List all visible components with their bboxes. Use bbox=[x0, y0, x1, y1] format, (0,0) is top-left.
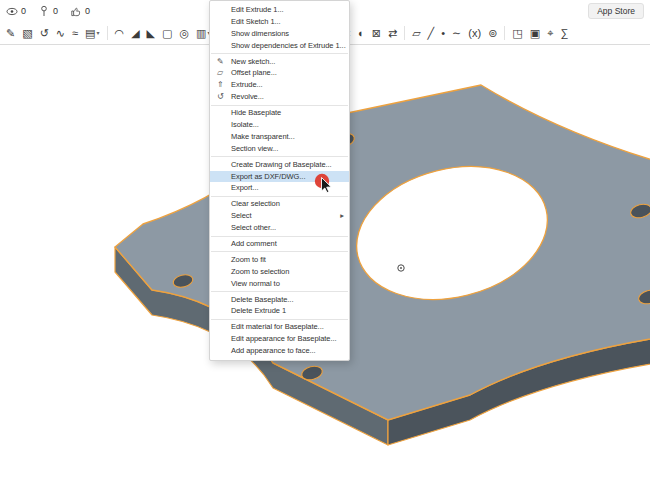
menu-item-add-appearance-to-face[interactable]: Add appearance to face... bbox=[210, 345, 349, 357]
menu-item-label: Edit Sketch 1... bbox=[231, 17, 281, 26]
menu-item-edit-sketch[interactable]: Edit Sketch 1... bbox=[210, 16, 349, 28]
menu-item-offset-plane[interactable]: ▱Offset plane... bbox=[210, 67, 349, 79]
tool-loft[interactable]: ≈ bbox=[72, 23, 78, 43]
likes-badge[interactable]: 0 bbox=[70, 5, 90, 17]
menu-item-export[interactable]: Export... bbox=[210, 182, 349, 194]
menu-separator bbox=[211, 196, 348, 197]
forks-count: 0 bbox=[53, 6, 58, 16]
menu-item-edit-extrude[interactable]: Edit Extrude 1... bbox=[210, 4, 349, 16]
tool-measure[interactable]: ⌖ bbox=[547, 23, 553, 43]
views-count: 0 bbox=[21, 6, 26, 16]
menu-item-export-dxf-dwg[interactable]: Export as DXF/DWG... bbox=[210, 171, 349, 183]
menu-item-label: Add comment bbox=[231, 239, 277, 248]
menu-item-label: Delete Extrude 1 bbox=[231, 306, 286, 315]
menu-item-label: Edit material for Baseplate... bbox=[231, 322, 324, 331]
tool-point[interactable]: • bbox=[441, 23, 445, 43]
tool-delete-face[interactable]: ⊠ bbox=[372, 23, 381, 43]
menu-item-make-transparent[interactable]: Make transparent... bbox=[210, 131, 349, 143]
menu-separator bbox=[211, 291, 348, 292]
tool-tap[interactable]: ⊚ bbox=[488, 23, 497, 43]
menu-item-extrude[interactable]: ⇑Extrude... bbox=[210, 79, 349, 91]
menu-item-label: Show dependencies of Extrude 1... bbox=[231, 41, 346, 50]
views-icon bbox=[6, 6, 18, 17]
revolve-icon: ↺ bbox=[217, 91, 224, 103]
menu-item-label: Extrude... bbox=[231, 80, 263, 89]
menu-item-label: Delete Baseplate... bbox=[231, 295, 293, 304]
extrude-icon: ⇑ bbox=[217, 79, 224, 91]
menu-item-label: Clear selection bbox=[231, 199, 280, 208]
forks-badge[interactable]: 0 bbox=[38, 5, 58, 17]
menu-item-isolate[interactable]: Isolate... bbox=[210, 119, 349, 131]
tool-draft[interactable]: ◣ bbox=[147, 23, 155, 43]
menu-item-label: Section view... bbox=[231, 144, 278, 153]
menu-item-zoom-to-selection[interactable]: Zoom to selection bbox=[210, 266, 349, 278]
toolbar-separator bbox=[107, 26, 108, 40]
menu-item-label: Edit Extrude 1... bbox=[231, 5, 284, 14]
menu-item-label: View normal to bbox=[231, 279, 280, 288]
menu-item-zoom-to-fit[interactable]: Zoom to fit bbox=[210, 254, 349, 266]
menu-item-section-view[interactable]: Section view... bbox=[210, 143, 349, 155]
menu-item-show-dependencies[interactable]: Show dependencies of Extrude 1... bbox=[210, 40, 349, 52]
toolbar-separator bbox=[404, 26, 405, 40]
offset-plane-icon: ▱ bbox=[217, 67, 223, 79]
tool-extrude[interactable]: ▧ bbox=[22, 23, 32, 43]
tool-chamfer[interactable]: ◢ bbox=[131, 23, 139, 43]
menu-separator bbox=[211, 319, 348, 320]
new-sketch-icon: ✎ bbox=[217, 56, 224, 68]
tool-revolve[interactable]: ↺ bbox=[40, 23, 49, 43]
menu-item-clear-selection[interactable]: Clear selection bbox=[210, 198, 349, 210]
tool-replace-face[interactable]: ⇄ bbox=[388, 23, 397, 43]
menu-item-new-sketch[interactable]: ✎New sketch... bbox=[210, 56, 349, 68]
menu-item-label: Edit appearance for Baseplate... bbox=[231, 334, 337, 343]
menu-item-revolve[interactable]: ↺Revolve... bbox=[210, 91, 349, 103]
tool-sketch[interactable]: ✎ bbox=[6, 23, 15, 43]
menu-item-label: Hide Baseplate bbox=[231, 108, 281, 117]
menu-item-label: Isolate... bbox=[231, 120, 259, 129]
menu-item-show-dimensions[interactable]: Show dimensions bbox=[210, 28, 349, 40]
menu-item-label: Make transparent... bbox=[231, 132, 295, 141]
menu-separator bbox=[211, 53, 348, 54]
menu-item-label: Create Drawing of Baseplate... bbox=[231, 160, 332, 169]
menu-item-label: Zoom to fit bbox=[231, 255, 266, 264]
menu-item-label: Export as DXF/DWG... bbox=[231, 172, 305, 181]
context-menu: Edit Extrude 1... Edit Sketch 1... Show … bbox=[209, 0, 350, 361]
app-store-button[interactable]: App Store bbox=[588, 3, 644, 19]
tool-fillet[interactable]: ◠ bbox=[115, 23, 125, 43]
menu-item-label: Export... bbox=[231, 183, 258, 192]
tool-axis[interactable]: ╱ bbox=[428, 23, 435, 43]
toolbar-separator bbox=[504, 26, 505, 40]
tool-sweep[interactable]: ∿ bbox=[56, 23, 65, 43]
tool-shell[interactable]: ▢ bbox=[162, 23, 172, 43]
menu-separator bbox=[211, 251, 348, 252]
menu-item-label: Zoom to selection bbox=[231, 267, 289, 276]
menu-item-add-comment[interactable]: Add comment bbox=[210, 238, 349, 250]
tool-variable[interactable]: (x) bbox=[468, 23, 481, 43]
menu-separator bbox=[211, 156, 348, 157]
menu-item-delete-extrude[interactable]: Delete Extrude 1 bbox=[210, 305, 349, 317]
tool-hole[interactable]: ◎ bbox=[179, 23, 189, 43]
tool-mass-properties[interactable]: ∑ bbox=[560, 23, 568, 43]
menu-item-create-drawing[interactable]: Create Drawing of Baseplate... bbox=[210, 159, 349, 171]
menu-item-select[interactable]: Select bbox=[210, 210, 349, 222]
menu-item-label: Select other... bbox=[231, 223, 276, 232]
menu-item-label: Offset plane... bbox=[231, 68, 277, 77]
menu-separator bbox=[211, 236, 348, 237]
menu-separator bbox=[211, 105, 348, 106]
menu-item-label: New sketch... bbox=[231, 57, 275, 66]
menu-item-edit-appearance[interactable]: Edit appearance for Baseplate... bbox=[210, 333, 349, 345]
tool-plane[interactable]: ▱ bbox=[412, 23, 420, 43]
menu-item-label: Revolve... bbox=[231, 92, 264, 101]
menu-item-hide-baseplate[interactable]: Hide Baseplate bbox=[210, 107, 349, 119]
tool-curve[interactable]: ∼ bbox=[452, 23, 461, 43]
menu-item-delete-baseplate[interactable]: Delete Baseplate... bbox=[210, 294, 349, 306]
menu-item-view-normal-to[interactable]: View normal to bbox=[210, 278, 349, 290]
views-badge[interactable]: 0 bbox=[6, 6, 26, 17]
menu-item-select-other[interactable]: Select other... bbox=[210, 222, 349, 234]
tool-fill-surface[interactable]: ◐ bbox=[358, 23, 365, 43]
tool-sheet-metal[interactable]: ◳ bbox=[512, 23, 522, 43]
tool-frame[interactable]: ▣ bbox=[530, 23, 540, 43]
thumbs-up-icon bbox=[70, 5, 82, 17]
menu-item-edit-material[interactable]: Edit material for Baseplate... bbox=[210, 321, 349, 333]
menu-item-label: Add appearance to face... bbox=[231, 346, 316, 355]
tool-thicken[interactable]: ▤ bbox=[85, 23, 99, 43]
